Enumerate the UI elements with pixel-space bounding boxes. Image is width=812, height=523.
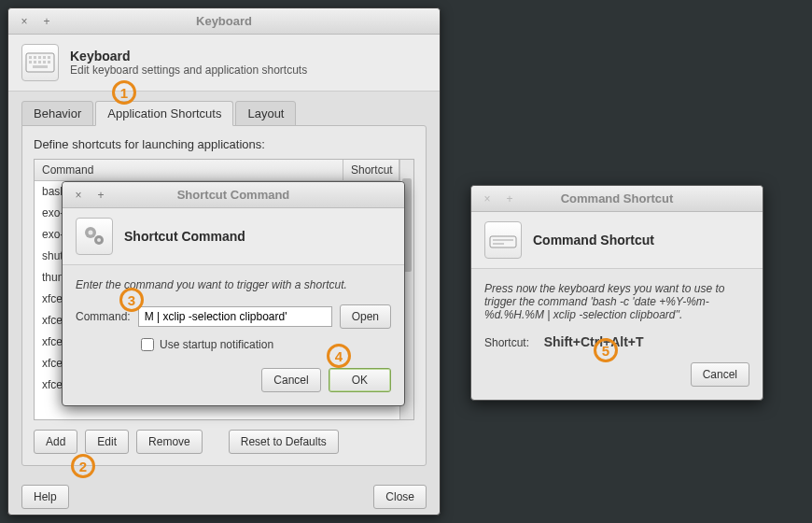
titlebar: × + Shortcut Command — [63, 182, 404, 208]
cancel-button[interactable]: Cancel — [691, 362, 749, 387]
close-icon[interactable]: × — [70, 187, 87, 204]
svg-rect-3 — [38, 56, 41, 59]
svg-rect-17 — [493, 239, 513, 241]
maximize-icon[interactable]: + — [501, 191, 518, 207]
gear-icon — [76, 218, 113, 255]
svg-rect-8 — [38, 61, 41, 64]
open-button[interactable]: Open — [340, 304, 391, 329]
header-subtitle: Edit keyboard settings and application s… — [70, 64, 307, 77]
svg-rect-4 — [43, 56, 46, 59]
column-header-command[interactable]: Command — [35, 160, 343, 180]
shortcut-label: Shortcut: — [484, 336, 540, 349]
svg-rect-6 — [29, 61, 32, 64]
remove-button[interactable]: Remove — [136, 430, 203, 454]
reset-defaults-button[interactable]: Reset to Defaults — [229, 430, 339, 454]
dialog-description: Enter the command you want to trigger wi… — [76, 278, 391, 291]
shortcut-value: Shift+Ctrl+Alt+T — [544, 334, 644, 349]
header: Command Shortcut — [471, 212, 763, 269]
maximize-icon[interactable]: + — [92, 187, 109, 204]
close-button[interactable]: Close — [373, 485, 427, 509]
keyboard-icon — [21, 44, 59, 81]
startup-notification-label: Use startup notification — [160, 338, 273, 351]
svg-rect-5 — [48, 56, 50, 59]
header: Keyboard Edit keyboard settings and appl… — [8, 35, 440, 92]
svg-point-15 — [97, 238, 101, 242]
command-label: Command: — [76, 310, 131, 323]
titlebar: × + Keyboard — [8, 8, 440, 35]
keyboard-shortcut-icon — [484, 221, 522, 259]
command-input[interactable] — [138, 306, 332, 327]
help-button[interactable]: Help — [21, 485, 69, 509]
window-title: Keyboard — [8, 14, 440, 28]
add-button[interactable]: Add — [34, 430, 77, 454]
svg-point-13 — [89, 231, 93, 235]
shortcut-command-dialog: × + Shortcut Command Shortcut Command En… — [62, 181, 405, 406]
dialog-description: Press now the keyboard keys you want to … — [484, 282, 749, 321]
svg-rect-7 — [34, 61, 36, 64]
header-title: Keyboard — [70, 49, 131, 64]
tab-layout[interactable]: Layout — [235, 101, 296, 126]
ok-button[interactable]: OK — [329, 368, 391, 392]
close-icon[interactable]: × — [479, 191, 496, 207]
svg-rect-18 — [493, 243, 504, 245]
svg-rect-11 — [33, 65, 48, 68]
header-title: Shortcut Command — [124, 229, 245, 244]
startup-notification-checkbox[interactable] — [141, 338, 154, 351]
header-title: Command Shortcut — [533, 233, 654, 247]
maximize-icon[interactable]: + — [38, 13, 55, 30]
tab-behavior[interactable]: Behavior — [21, 101, 93, 126]
cancel-button[interactable]: Cancel — [261, 368, 320, 392]
tab-application-shortcuts[interactable]: Application Shortcuts — [95, 101, 233, 126]
edit-button[interactable]: Edit — [85, 430, 129, 454]
svg-rect-9 — [43, 61, 46, 64]
svg-rect-1 — [29, 56, 32, 59]
close-icon[interactable]: × — [16, 13, 33, 30]
svg-rect-16 — [490, 236, 516, 247]
header: Shortcut Command — [63, 208, 404, 265]
svg-rect-10 — [48, 61, 50, 64]
titlebar: × + Command Shortcut — [471, 186, 763, 212]
svg-rect-2 — [34, 56, 36, 59]
command-shortcut-dialog: × + Command Shortcut Command Shortcut Pr… — [470, 185, 763, 401]
column-header-shortcut[interactable]: Shortcut — [343, 160, 399, 180]
panel-label: Define shortcuts for launching applicati… — [34, 137, 414, 151]
